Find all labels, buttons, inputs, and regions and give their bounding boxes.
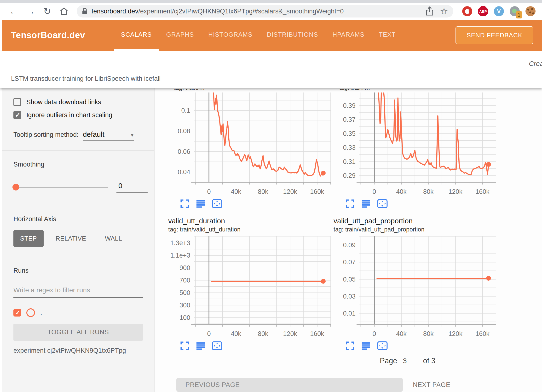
created-text-clipped: Crea bbox=[529, 60, 542, 68]
svg-text:40k: 40k bbox=[231, 188, 241, 195]
run-name: . bbox=[40, 309, 42, 317]
chart-card-3: valid_utt_duration tag: train/valid_utt_… bbox=[168, 208, 333, 350]
chart3-title: valid_utt_duration bbox=[168, 217, 333, 225]
wall-button[interactable]: WALL bbox=[98, 230, 129, 247]
fullscreen-icon[interactable] bbox=[346, 199, 355, 208]
run-color-swatch bbox=[26, 308, 35, 317]
svg-text:0.07: 0.07 bbox=[343, 259, 356, 266]
svg-text:160k: 160k bbox=[475, 188, 490, 195]
data-table-icon[interactable] bbox=[196, 199, 205, 208]
svg-text:120k: 120k bbox=[448, 330, 462, 337]
svg-text:0.39: 0.39 bbox=[343, 102, 356, 109]
runs-filter-placeholder: Write a regex to filter runs bbox=[13, 286, 90, 294]
fit-domain-icon[interactable] bbox=[377, 341, 388, 350]
show-download-links-label: Show data download links bbox=[26, 98, 101, 106]
tab-distributions[interactable]: DISTRIBUTIONS bbox=[260, 20, 325, 51]
toggle-all-runs-button[interactable]: TOGGLE ALL RUNS bbox=[13, 324, 143, 341]
horizontal-axis-options: STEP RELATIVE WALL bbox=[13, 230, 148, 247]
data-table-icon[interactable] bbox=[361, 341, 370, 350]
svg-text:120k: 120k bbox=[283, 188, 297, 195]
tooltip-sorting-label: Tooltip sorting method: bbox=[13, 131, 79, 138]
chart-card-4: valid_utt_pad_proportion tag: train/vali… bbox=[333, 208, 498, 350]
slider-thumb[interactable] bbox=[12, 184, 19, 190]
page-number-input[interactable]: 3 bbox=[400, 357, 420, 367]
data-table-icon[interactable] bbox=[196, 341, 205, 350]
chart1-tag-clipped: tag: train/… bbox=[174, 89, 205, 91]
forward-icon[interactable]: → bbox=[23, 5, 38, 18]
runs-filter-input[interactable]: Write a regex to filter runs bbox=[13, 286, 143, 298]
svg-text:0.31: 0.31 bbox=[343, 158, 356, 165]
tooltip-sorting-dropdown[interactable]: default ▾ bbox=[83, 130, 134, 141]
svg-text:160k: 160k bbox=[475, 330, 490, 337]
bookmark-star-icon[interactable]: ☆ bbox=[440, 6, 448, 17]
profile-extension-icon[interactable]: 1 bbox=[509, 6, 520, 17]
fullscreen-icon[interactable] bbox=[180, 341, 189, 350]
chart4-plot[interactable]: 0.010.030.050.070.09040k80k120k160k bbox=[333, 236, 496, 339]
tab-text[interactable]: TEXT bbox=[372, 20, 403, 51]
tab-scalars[interactable]: SCALARS bbox=[114, 20, 159, 51]
chart2-plot[interactable]: 0.290.310.330.350.370.39040k80k120k160k bbox=[333, 92, 496, 197]
svg-text:0.01: 0.01 bbox=[343, 310, 356, 317]
send-feedback-button[interactable]: SEND FEEDBACK bbox=[456, 26, 533, 44]
svg-text:0.04: 0.04 bbox=[178, 168, 190, 176]
next-page-button[interactable]: NEXT PAGE bbox=[411, 381, 452, 389]
tab-histograms[interactable]: HISTOGRAMS bbox=[201, 20, 259, 51]
chart1-plot[interactable]: 0.040.060.080.1040k80k120k160k bbox=[168, 92, 331, 197]
reload-icon[interactable]: ↻ bbox=[40, 5, 55, 18]
svg-text:0.37: 0.37 bbox=[343, 116, 356, 123]
run-checkbox[interactable]: ✓ bbox=[13, 309, 21, 317]
v-extension-icon[interactable]: V bbox=[494, 6, 504, 17]
notification-badge: 1 bbox=[516, 11, 522, 18]
experiment-title-row: Crea LSTM transducer training for LibriS… bbox=[0, 51, 542, 88]
svg-text:80k: 80k bbox=[258, 188, 268, 195]
url-bar[interactable]: tensorboard.dev/experiment/cj2vtPiwQHKN9… bbox=[77, 5, 453, 17]
svg-text:100: 100 bbox=[179, 314, 190, 321]
smoothing-slider[interactable] bbox=[13, 187, 108, 188]
experiment-title: LSTM transducer training for LibriSpeech… bbox=[11, 75, 161, 82]
svg-text:120k: 120k bbox=[448, 188, 462, 195]
svg-text:0: 0 bbox=[373, 188, 376, 195]
ignore-outliers-row[interactable]: ✓ Ignore outliers in chart scaling bbox=[13, 111, 148, 119]
svg-text:0.1: 0.1 bbox=[181, 107, 190, 114]
adblock-plus-extension-icon[interactable]: ABP bbox=[478, 6, 488, 17]
fullscreen-icon[interactable] bbox=[346, 341, 355, 350]
svg-text:80k: 80k bbox=[423, 188, 434, 195]
tab-graphs[interactable]: GRAPHS bbox=[159, 20, 201, 51]
chart4-title: valid_utt_pad_proportion bbox=[334, 217, 498, 225]
svg-text:0: 0 bbox=[373, 330, 376, 337]
svg-text:0.35: 0.35 bbox=[343, 130, 356, 137]
fit-domain-icon[interactable] bbox=[212, 199, 222, 208]
svg-text:0.03: 0.03 bbox=[343, 293, 356, 300]
run-item[interactable]: ✓ . bbox=[13, 308, 148, 317]
smoothing-value-input[interactable]: 0 bbox=[116, 182, 148, 193]
tensorboard-logo: TensorBoard.dev bbox=[11, 30, 85, 40]
chart-card-2: tag: train/… 0.290.310.330.350.370.39040… bbox=[333, 89, 498, 208]
ignore-outliers-checkbox[interactable]: ✓ bbox=[13, 111, 21, 119]
cookie-extension-icon[interactable] bbox=[525, 6, 536, 17]
chart4-tag: tag: train/valid_utt_pad_proportion bbox=[334, 226, 498, 233]
share-icon[interactable] bbox=[426, 6, 434, 16]
relative-button[interactable]: RELATIVE bbox=[49, 230, 93, 247]
svg-text:0.33: 0.33 bbox=[343, 144, 356, 151]
previous-page-button[interactable]: PREVIOUS PAGE bbox=[176, 378, 403, 392]
show-download-links-checkbox[interactable]: ✓ bbox=[13, 98, 21, 106]
fit-domain-icon[interactable] bbox=[377, 199, 388, 208]
tab-hparams[interactable]: HPARAMS bbox=[325, 20, 372, 51]
home-icon[interactable] bbox=[57, 5, 71, 18]
step-button[interactable]: STEP bbox=[13, 230, 44, 247]
data-table-icon[interactable] bbox=[361, 199, 370, 208]
show-download-links-row[interactable]: ✓ Show data download links bbox=[13, 98, 148, 106]
fit-domain-icon[interactable] bbox=[212, 341, 222, 350]
lock-icon[interactable] bbox=[82, 8, 88, 15]
back-icon[interactable]: ← bbox=[6, 5, 21, 18]
smoothing-label: Smoothing bbox=[13, 161, 148, 168]
stop-hand-extension-icon[interactable] bbox=[462, 6, 473, 17]
charts-pane: tag: train/… 0.040.060.080.1040k80k120k1… bbox=[155, 88, 542, 392]
chart3-plot[interactable]: 1003005007009001.1e+31.3e+3040k80k120k16… bbox=[168, 236, 331, 339]
runs-label: Runs bbox=[13, 267, 148, 274]
svg-text:80k: 80k bbox=[423, 330, 434, 337]
svg-text:0.09: 0.09 bbox=[343, 242, 356, 249]
browser-toolbar: ← → ↻ tensorboard.dev/experiment/cj2vtPi… bbox=[0, 3, 542, 20]
window-top-strip bbox=[0, 0, 542, 3]
fullscreen-icon[interactable] bbox=[180, 199, 189, 208]
